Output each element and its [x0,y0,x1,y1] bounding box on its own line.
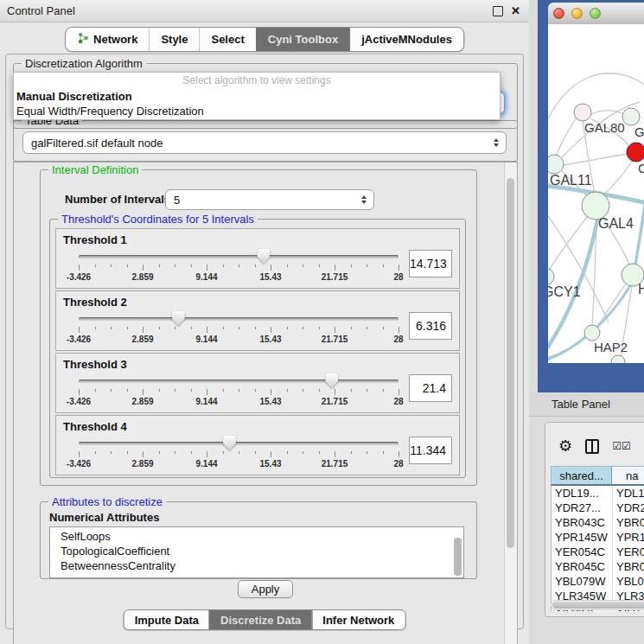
attribute-list-item[interactable]: SelfLoops [50,527,463,544]
slider-track[interactable] [79,317,399,321]
close-traffic-light-icon[interactable] [553,8,564,19]
cyni-mode-tabs: Impute DataDiscretize DataInfer Network [124,609,406,630]
slider-thumb[interactable] [172,311,185,326]
select-columns-checkboxes-icon[interactable]: ☑☑ [612,440,631,452]
slider-track[interactable] [79,379,399,383]
numerical-attributes-list[interactable]: SelfLoopsTopologicalCoefficientBetweenne… [49,526,464,578]
close-icon[interactable]: ✕ [511,7,520,16]
control-panel-tabs: NetworkStyleSelectCyni ToolboxjActiveMNo… [65,27,464,52]
number-of-intervals-value: 5 [174,194,180,207]
table-row[interactable]: YDL19...YDL1 [552,486,644,501]
table-header-row: shared...na [551,466,644,486]
screen: Control Panel ✕ NetworkStyleSelectCyni T… [0,0,644,644]
algorithm-dropdown-popup: Select algorithm to view settings Manual… [13,72,501,120]
threshold-value-field[interactable]: 11.344 [409,437,452,464]
table-row[interactable]: YBL079WYBL0 [552,574,644,589]
threshold-value-field[interactable]: 6.316 [409,312,452,340]
settings-scrollbar[interactable] [504,163,517,644]
table-row[interactable]: YER054CYER0 [552,545,644,559]
network-icon [77,32,89,47]
network-node[interactable] [548,268,554,285]
slider-track[interactable] [79,255,399,258]
table-data-combobox[interactable]: galFiltered.sif default node [22,131,507,154]
control-panel-titlebar: Control Panel ✕ [0,0,529,22]
network-graph[interactable]: GAL80GACGAL11GAL4GCY1HHAP2 [548,24,644,363]
scale-tick-label: 9.144 [195,335,217,344]
cell-shared-name: YPR145W [552,530,613,545]
scrollbar-thumb[interactable] [552,602,644,609]
tab-network[interactable]: Network [66,28,149,51]
attributes-group: Attributes to discretize Numerical Attri… [40,501,477,579]
cell-shared-name: YBR045C [552,559,613,574]
scale-tick-label: 2.859 [131,397,153,406]
network-node-label: HAP2 [594,340,628,354]
dropdown-option-manual-discretization[interactable]: Manual Discretization [14,89,500,104]
slider-thumb[interactable] [257,249,270,264]
gear-icon[interactable]: ⚙ [558,438,572,454]
network-node[interactable] [584,325,600,341]
interval-definition-group: Interval Definition Number of Intervals … [40,169,477,486]
tab-impute-data[interactable]: Impute Data [124,610,209,629]
slider-ticks [79,451,399,458]
threshold-slider[interactable]: -3.4262.8599.14415.4321.71528 [79,309,399,346]
attribute-list-item[interactable]: TopologicalCoefficient [50,544,463,558]
threshold-value-field[interactable]: 21.4 [409,374,452,402]
attributes-group-label: Attributes to discretize [48,495,166,508]
network-node[interactable] [627,143,644,162]
control-panel-title: Control Panel [7,4,75,17]
number-of-intervals-combobox[interactable]: 5 [165,189,374,210]
dropdown-option-equal-width-frequency-discretization[interactable]: Equal Width/Frequency Discretization [14,104,500,118]
interval-definition-label: Interval Definition [48,163,142,176]
number-of-intervals-label: Number of Intervals [65,193,170,206]
tab-cyni-toolbox[interactable]: Cyni Toolbox [256,28,349,51]
network-node[interactable] [574,104,591,121]
apply-button[interactable]: Apply [238,580,293,598]
tab-jactivemnodules[interactable]: jActiveMNodules [349,28,463,51]
cell-name: YPR1 [613,530,644,545]
threshold-slider[interactable]: -3.4262.8599.14415.4321.71528 [79,434,399,470]
tab-select[interactable]: Select [199,28,255,51]
scrollbar-thumb[interactable] [507,178,514,548]
scale-tick-label: -3.426 [67,335,91,344]
cyni-toolbox-panel: Discretization Algorithm Select algorith… [5,54,524,629]
slider-track[interactable] [79,442,399,445]
attributes-list-scrollbar[interactable] [454,529,462,576]
dropdown-placeholder: Select algorithm to view settings [14,73,500,89]
table-row[interactable]: YBR045CYBR0 [552,559,644,574]
network-node-label: GAL4 [598,216,634,231]
scale-tick-label: 15.43 [259,272,281,282]
table-data-value: galFiltered.sif default node [31,137,163,150]
tab-style[interactable]: Style [149,28,199,51]
attribute-list-item[interactable]: BetweennessCentrality [50,558,463,573]
tab-label: Network [93,33,137,46]
discretization-algorithm-label: Discretization Algorithm [22,57,146,70]
table-row[interactable]: YPR145WYPR1 [552,530,644,545]
threshold-value-field[interactable]: 14.713 [409,250,452,277]
scrollbar-thumb[interactable] [454,538,462,576]
slider-thumb[interactable] [325,373,338,388]
network-node[interactable] [622,108,640,125]
column-header-shared-[interactable]: shared... [551,466,612,486]
threshold-slider[interactable]: -3.4262.8599.14415.4321.71528 [79,247,399,284]
network-node[interactable] [611,355,625,363]
table-row[interactable]: YBR043CYBR0 [552,515,644,530]
table-row[interactable]: YDR27...YDR2 [552,501,644,515]
tab-discretize-data[interactable]: Discretize Data [209,610,311,629]
network-window-titlebar[interactable] [548,3,644,25]
slider-ticks [79,327,399,334]
cell-name: YDL1 [613,486,644,501]
float-window-icon[interactable] [493,6,503,16]
tab-infer-network[interactable]: Infer Network [311,610,405,629]
columns-icon[interactable] [585,439,599,454]
column-header-na[interactable]: na [612,466,644,486]
network-view-window: GAL80GACGAL11GAL4GCY1HHAP2 [538,0,644,392]
cell-name: YDR2 [613,501,644,515]
minimize-traffic-light-icon[interactable] [571,8,583,19]
threshold-slider[interactable]: -3.4262.8599.14415.4321.71528 [79,372,399,408]
cell-shared-name: YBR043C [552,515,613,530]
table-horizontal-scrollbar[interactable] [551,600,644,610]
network-node[interactable] [548,155,564,174]
slider-thumb[interactable] [223,436,236,450]
network-canvas[interactable]: GAL80GACGAL11GAL4GCY1HHAP2 [548,24,644,363]
zoom-traffic-light-icon[interactable] [590,8,601,19]
